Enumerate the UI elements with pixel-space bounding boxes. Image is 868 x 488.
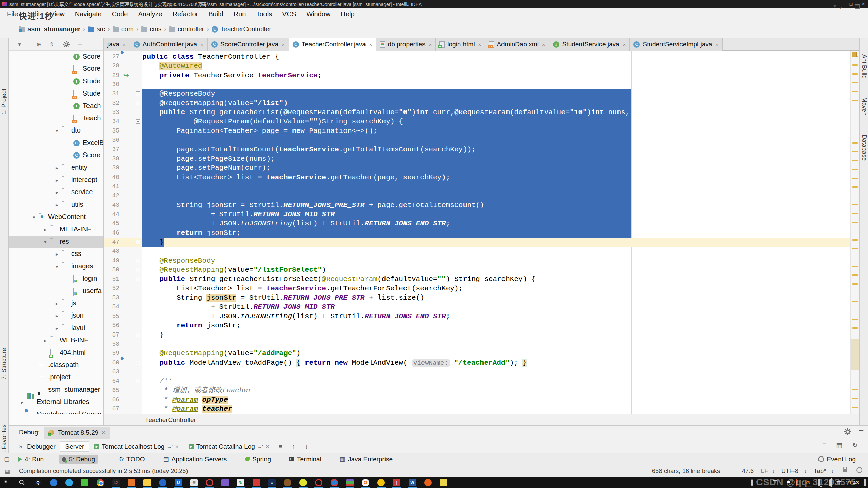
taskbar-app-icon[interactable] (127, 479, 136, 487)
console-toolbar-icon[interactable]: ≡ (279, 443, 282, 450)
hidden-tabs-dropdown[interactable]: ▾≡2 (833, 3, 842, 10)
chevron-right-icon[interactable]: ▸ (56, 189, 58, 196)
tree-row-excelb[interactable]: CExcelB (9, 137, 104, 149)
code-line[interactable]: 31− @ResponseBody (104, 89, 850, 98)
fold-marker[interactable]: − (136, 101, 140, 105)
debug-session-tab[interactable]: Tomcat 8.5.29 ✕ (44, 427, 110, 439)
tray-usb-icon[interactable] (749, 480, 755, 486)
menu-item-vcs[interactable]: VCS (277, 8, 301, 20)
chevron-right-icon[interactable]: ▸ (56, 165, 58, 171)
console-toolbar-icon[interactable]: ≡ (822, 441, 826, 449)
breadcrumb-item[interactable]: CTeacherController (212, 25, 271, 33)
code-line[interactable]: 45 + JSON.toJSONString(list) + StrUtil.R… (104, 219, 850, 228)
fold-marker[interactable]: − (136, 240, 140, 244)
tree-row-meta-inf[interactable]: ▸META-INF (9, 224, 104, 236)
debug-tab-debugger[interactable]: Debugger (22, 441, 60, 452)
taskbar-app-icon[interactable]: G (361, 479, 370, 487)
action-center-icon[interactable] (862, 480, 868, 486)
code-line[interactable]: 65 * 增加，或者修改teacher (104, 386, 850, 395)
hector-inspector-icon[interactable] (856, 467, 862, 473)
tool-stripe-button[interactable]: 1: Project (1, 89, 8, 115)
tree-row-teach[interactable]: <>Teach (9, 113, 104, 125)
menu-item-help[interactable]: Help (335, 8, 359, 20)
panel-header-icon[interactable]: ▾… (18, 41, 26, 48)
editor-tab-admindao-xml[interactable]: <>AdminDao.xml× (485, 38, 549, 51)
editor-tab-teachercontroller-java[interactable]: CTeacherController.java× (289, 38, 376, 51)
taskbar-app-icon[interactable] (330, 479, 338, 487)
code-line[interactable]: 48 (104, 247, 850, 256)
status-grid-icon[interactable]: ▦ (5, 468, 10, 475)
code-line[interactable]: 44 + StrUtil.RETURN_JONS_MID_STR (104, 210, 850, 219)
console-toolbar-icon[interactable]: ↑ (292, 443, 295, 450)
tree-row-userfa[interactable]: userfa (9, 285, 104, 298)
close-icon[interactable]: × (282, 42, 285, 47)
editor-breadcrumb[interactable]: TeacherController (145, 416, 196, 424)
chevron-right-icon[interactable]: ▸ (44, 338, 47, 344)
code-line[interactable]: 64− /** (104, 377, 850, 386)
breadcrumb-item[interactable]: src (88, 25, 105, 33)
code-line[interactable]: 33 public String getTeacherList(@Request… (104, 108, 850, 117)
breadcrumb-item[interactable]: ssm_stumanager (19, 25, 80, 33)
chevron-right-icon[interactable]: ▸ (56, 177, 58, 183)
editor-tab-login-html[interactable]: Hlogin.html× (436, 38, 485, 51)
editor-tab-studentserviceimpl-java[interactable]: CStudentServiceImpl.java× (630, 38, 723, 51)
code-line[interactable]: 39 page.setPageNum(curr); (104, 163, 850, 172)
tray-chev-icon[interactable]: ˆ (738, 480, 744, 486)
close-icon[interactable]: × (123, 42, 126, 47)
tree-row-external-libraries[interactable]: ▸External Libraries (9, 396, 104, 408)
code-line[interactable]: 53 String jsonStr = StrUtil.RETURN_JONS_… (104, 293, 850, 302)
tool-stripe-button[interactable]: 7: Structure (1, 348, 8, 380)
chevron-down-icon[interactable]: ▾ (33, 214, 35, 220)
chevron-right-icon[interactable]: ▸ (56, 313, 58, 319)
code-line[interactable]: 30 (104, 80, 850, 89)
event-log-button[interactable]: Event Log (818, 455, 856, 463)
tool-stripe-button[interactable]: Maven (861, 97, 868, 116)
menu-item-window[interactable]: Window (301, 8, 335, 20)
taskbar-app-icon[interactable]: Q (34, 479, 42, 487)
tool-window-button-4-run[interactable]: 4: Run (16, 455, 46, 464)
tool-window-button-spring[interactable]: Spring (242, 455, 274, 464)
code-line[interactable]: 66 * @param opType (104, 395, 850, 404)
tree-row-images[interactable]: ▾images (9, 261, 104, 273)
tree-row-404-html[interactable]: H404.html (9, 347, 104, 359)
unlock-icon[interactable] (843, 469, 847, 472)
debug-settings-gear-icon[interactable] (844, 428, 851, 435)
menu-item-tools[interactable]: Tools (251, 8, 277, 20)
taskbar-app-icon[interactable]: ↻ (237, 479, 245, 487)
taskbar-app-icon[interactable] (65, 479, 73, 487)
taskbar-app-icon[interactable] (283, 479, 292, 487)
maximize-icon[interactable]: □ (850, 1, 852, 7)
tree-row-score[interactable]: IScore (9, 51, 104, 63)
code-line[interactable]: 50− @RequestMapping(value="/listForSelec… (104, 265, 850, 274)
tree-row-ssm-stumanager[interactable]: ssm_stumanager (9, 384, 104, 396)
panel-header-icon[interactable]: ⊕ (35, 41, 43, 48)
line-ending-selector[interactable]: LF (761, 468, 768, 475)
menu-item-analyze[interactable]: Analyze (133, 8, 167, 20)
code-line[interactable]: 28 @Autowired (104, 61, 850, 70)
menu-item-build[interactable]: Build (203, 8, 228, 20)
tree-row--project[interactable]: .project (9, 371, 104, 384)
code-line[interactable]: 49− @ResponseBody (104, 256, 850, 265)
taskbar-app-icon[interactable]: U (174, 479, 182, 487)
tool-window-button-terminal[interactable]: >Terminal (287, 455, 324, 464)
indent-selector[interactable]: Tab* (814, 468, 826, 475)
chevron-right-icon[interactable]: ▸ (56, 301, 58, 307)
code-line[interactable]: 32− @RequestMapping(value="/list") (104, 99, 850, 108)
tree-row-dto[interactable]: ▾dto (9, 125, 104, 137)
taskbar-app-icon[interactable] (439, 479, 448, 487)
tool-window-button-application-servers[interactable]: ▤Application Servers (160, 455, 230, 464)
close-icon[interactable]: ✕ (175, 444, 179, 449)
breadcrumb-item[interactable]: com (113, 25, 134, 33)
console-toolbar-icon[interactable]: ↻ (852, 441, 858, 449)
chevron-down-icon[interactable]: ▾ (44, 239, 47, 245)
tool-window-switcher-icon[interactable]: ▢ (4, 455, 9, 463)
taskbar-app-icon[interactable]: ▲ (268, 479, 276, 487)
tree-row-intercept[interactable]: ▸intercept (9, 174, 104, 186)
tool-window-button-5-debug[interactable]: 5: Debug (59, 455, 98, 464)
close-icon[interactable]: × (623, 42, 626, 47)
code-line[interactable]: 60+ public ModelAndView toAddPage() { re… (104, 358, 850, 367)
taskbar-app-icon[interactable] (299, 479, 307, 487)
code-line[interactable]: 29↪ private TeacherService teacherServic… (104, 71, 850, 80)
close-icon[interactable]: × (715, 42, 718, 47)
close-icon[interactable]: ✕ (101, 430, 105, 435)
